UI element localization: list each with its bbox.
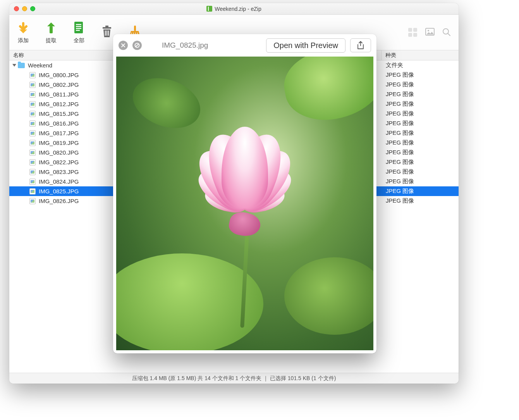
close-icon[interactable] xyxy=(14,6,19,11)
svg-rect-10 xyxy=(108,31,109,36)
search-icon[interactable] xyxy=(442,28,452,37)
image-file-icon xyxy=(29,120,36,127)
file-type: JPEG 图像 xyxy=(381,81,459,88)
add-label: 添加 xyxy=(18,37,29,44)
document-icon xyxy=(72,21,86,35)
add-button[interactable]: 添加 xyxy=(16,21,30,44)
toolbar-right xyxy=(408,28,452,37)
image-file-icon xyxy=(29,198,36,204)
file-type: JPEG 图像 xyxy=(381,91,459,98)
file-type: JPEG 图像 xyxy=(381,71,459,79)
svg-line-15 xyxy=(448,33,450,36)
file-type: JPEG 图像 xyxy=(381,129,459,137)
file-type: JPEG 图像 xyxy=(381,149,459,156)
image-file-icon xyxy=(29,91,36,98)
file-name: IMG_0817.JPG xyxy=(39,130,79,136)
image-file-icon xyxy=(29,150,36,156)
file-type: JPEG 图像 xyxy=(381,110,459,117)
preview-filename: IMG_0825.jpg xyxy=(146,41,261,50)
image-file-icon xyxy=(29,72,36,78)
file-type: JPEG 图像 xyxy=(381,188,459,195)
image-file-icon xyxy=(29,130,36,136)
folder-name: Weekend xyxy=(28,62,52,69)
preview-image xyxy=(116,57,373,350)
file-type: JPEG 图像 xyxy=(381,158,459,166)
svg-rect-5 xyxy=(76,30,80,31)
svg-rect-8 xyxy=(105,31,106,36)
image-file-icon xyxy=(29,140,36,146)
file-name: IMG_0816.JPG xyxy=(39,120,79,127)
minimize-icon[interactable] xyxy=(22,6,27,11)
lotus-flower xyxy=(175,134,314,250)
file-type: JPEG 图像 xyxy=(381,139,459,146)
file-name: IMG_0824.JPG xyxy=(39,178,79,185)
extract-all-button[interactable]: 全部 xyxy=(72,21,86,44)
image-preview-icon[interactable] xyxy=(425,28,435,37)
svg-rect-4 xyxy=(76,28,81,29)
column-type[interactable]: 种类 xyxy=(381,50,459,60)
svg-rect-3 xyxy=(76,26,81,27)
status-text: 压缩包 1.4 MB (原 1.5 MB) 共 14 个文件和 1 个文件夹 ｜… xyxy=(132,375,336,382)
open-with-preview-button[interactable]: Open with Preview xyxy=(266,38,345,53)
extract-all-label: 全部 xyxy=(74,37,84,44)
svg-rect-7 xyxy=(105,26,108,27)
svg-rect-2 xyxy=(76,24,81,25)
disable-icon[interactable] xyxy=(132,41,142,50)
file-type: JPEG 图像 xyxy=(381,100,459,108)
archive-icon xyxy=(206,6,212,12)
status-bar: 压缩包 1.4 MB (原 1.5 MB) 共 14 个文件和 1 个文件夹 ｜… xyxy=(9,373,459,384)
file-type: JPEG 图像 xyxy=(381,178,459,185)
image-file-icon xyxy=(29,101,36,107)
extract-label: 提取 xyxy=(46,37,57,44)
folder-type: 文件夹 xyxy=(381,62,459,69)
svg-line-17 xyxy=(136,44,139,47)
file-name: IMG_0800.JPG xyxy=(39,72,79,78)
file-name: IMG_0823.JPG xyxy=(39,169,79,175)
down-arrow-icon xyxy=(16,21,30,35)
file-name: IMG_0825.JPG xyxy=(39,188,79,195)
chevron-down-icon[interactable] xyxy=(12,64,16,67)
window-title: Weekend.zip - eZip xyxy=(9,6,459,12)
folder-icon xyxy=(18,63,25,68)
svg-rect-9 xyxy=(107,31,107,36)
svg-rect-1 xyxy=(74,22,83,33)
window-title-text: Weekend.zip - eZip xyxy=(215,6,261,12)
traffic-lights xyxy=(9,6,35,11)
quicklook-toolbar: IMG_0825.jpg Open with Preview xyxy=(113,34,376,57)
quicklook-panel: IMG_0825.jpg Open with Preview xyxy=(113,34,376,353)
file-type: JPEG 图像 xyxy=(381,197,459,205)
zoom-icon[interactable] xyxy=(30,6,35,11)
file-name: IMG_0822.JPG xyxy=(39,159,79,165)
file-name: IMG_0812.JPG xyxy=(39,101,79,107)
extract-button[interactable]: 提取 xyxy=(44,21,58,44)
svg-rect-0 xyxy=(50,26,53,33)
image-file-icon xyxy=(29,111,36,117)
image-file-icon xyxy=(29,179,36,185)
delete-button[interactable] xyxy=(100,24,114,41)
svg-rect-6 xyxy=(103,27,111,29)
share-icon xyxy=(357,41,364,50)
titlebar: Weekend.zip - eZip xyxy=(9,3,459,15)
file-type: JPEG 图像 xyxy=(381,168,459,176)
image-file-icon xyxy=(29,169,36,175)
close-icon[interactable] xyxy=(119,41,128,50)
svg-rect-11 xyxy=(134,26,136,31)
file-name: IMG_0820.JPG xyxy=(39,149,79,156)
file-name: IMG_0811.JPG xyxy=(39,91,79,98)
trash-icon xyxy=(100,24,114,38)
image-file-icon xyxy=(29,188,36,195)
share-button[interactable] xyxy=(350,38,371,52)
file-name: IMG_0815.JPG xyxy=(39,110,79,117)
up-arrow-icon xyxy=(44,21,58,35)
svg-point-13 xyxy=(428,30,429,31)
image-file-icon xyxy=(29,82,36,88)
file-name: IMG_0819.JPG xyxy=(39,139,79,146)
file-name: IMG_0826.JPG xyxy=(39,198,79,204)
view-mode-icon[interactable] xyxy=(408,28,418,37)
image-file-icon xyxy=(29,159,36,165)
file-name: IMG_0802.JPG xyxy=(39,81,79,88)
file-type: JPEG 图像 xyxy=(381,120,459,127)
